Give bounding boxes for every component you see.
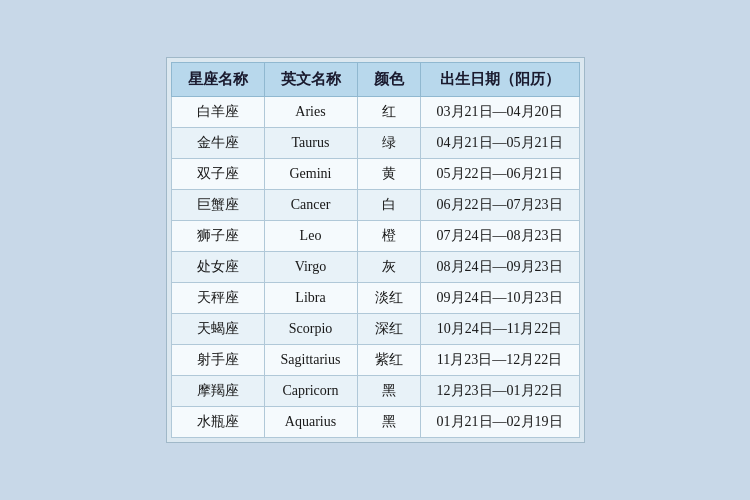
cell-english-name: Leo: [264, 221, 357, 252]
cell-color: 深红: [357, 314, 420, 345]
cell-chinese-name: 处女座: [171, 252, 264, 283]
cell-dates: 05月22日—06月21日: [420, 159, 579, 190]
cell-chinese-name: 狮子座: [171, 221, 264, 252]
table-row: 金牛座Taurus绿04月21日—05月21日: [171, 128, 579, 159]
table-row: 天蝎座Scorpio深红10月24日—11月22日: [171, 314, 579, 345]
cell-dates: 10月24日—11月22日: [420, 314, 579, 345]
cell-color: 淡红: [357, 283, 420, 314]
cell-english-name: Cancer: [264, 190, 357, 221]
table-body: 白羊座Aries红03月21日—04月20日金牛座Taurus绿04月21日—0…: [171, 97, 579, 438]
cell-english-name: Virgo: [264, 252, 357, 283]
table-row: 水瓶座Aquarius黑01月21日—02月19日: [171, 407, 579, 438]
cell-chinese-name: 天蝎座: [171, 314, 264, 345]
table-row: 射手座Sagittarius紫红11月23日—12月22日: [171, 345, 579, 376]
cell-english-name: Taurus: [264, 128, 357, 159]
cell-chinese-name: 双子座: [171, 159, 264, 190]
cell-english-name: Aquarius: [264, 407, 357, 438]
table-row: 双子座Gemini黄05月22日—06月21日: [171, 159, 579, 190]
cell-chinese-name: 射手座: [171, 345, 264, 376]
cell-color: 黑: [357, 376, 420, 407]
cell-english-name: Capricorn: [264, 376, 357, 407]
cell-chinese-name: 摩羯座: [171, 376, 264, 407]
cell-dates: 03月21日—04月20日: [420, 97, 579, 128]
cell-english-name: Aries: [264, 97, 357, 128]
table-row: 白羊座Aries红03月21日—04月20日: [171, 97, 579, 128]
cell-chinese-name: 金牛座: [171, 128, 264, 159]
cell-dates: 06月22日—07月23日: [420, 190, 579, 221]
cell-color: 绿: [357, 128, 420, 159]
cell-english-name: Libra: [264, 283, 357, 314]
cell-color: 紫红: [357, 345, 420, 376]
table-row: 巨蟹座Cancer白06月22日—07月23日: [171, 190, 579, 221]
cell-color: 灰: [357, 252, 420, 283]
cell-color: 黑: [357, 407, 420, 438]
cell-dates: 04月21日—05月21日: [420, 128, 579, 159]
cell-chinese-name: 巨蟹座: [171, 190, 264, 221]
cell-chinese-name: 天秤座: [171, 283, 264, 314]
cell-dates: 09月24日—10月23日: [420, 283, 579, 314]
table-row: 摩羯座Capricorn黑12月23日—01月22日: [171, 376, 579, 407]
header-color: 颜色: [357, 63, 420, 97]
cell-dates: 11月23日—12月22日: [420, 345, 579, 376]
cell-chinese-name: 水瓶座: [171, 407, 264, 438]
zodiac-table-container: 星座名称 英文名称 颜色 出生日期（阳历） 白羊座Aries红03月21日—04…: [166, 57, 585, 443]
header-birth-date: 出生日期（阳历）: [420, 63, 579, 97]
cell-english-name: Sagittarius: [264, 345, 357, 376]
zodiac-table: 星座名称 英文名称 颜色 出生日期（阳历） 白羊座Aries红03月21日—04…: [171, 62, 580, 438]
cell-dates: 07月24日—08月23日: [420, 221, 579, 252]
table-row: 天秤座Libra淡红09月24日—10月23日: [171, 283, 579, 314]
cell-english-name: Gemini: [264, 159, 357, 190]
cell-color: 红: [357, 97, 420, 128]
table-row: 处女座Virgo灰08月24日—09月23日: [171, 252, 579, 283]
header-english-name: 英文名称: [264, 63, 357, 97]
cell-color: 黄: [357, 159, 420, 190]
cell-english-name: Scorpio: [264, 314, 357, 345]
table-row: 狮子座Leo橙07月24日—08月23日: [171, 221, 579, 252]
cell-dates: 01月21日—02月19日: [420, 407, 579, 438]
cell-dates: 08月24日—09月23日: [420, 252, 579, 283]
table-header-row: 星座名称 英文名称 颜色 出生日期（阳历）: [171, 63, 579, 97]
cell-color: 橙: [357, 221, 420, 252]
cell-dates: 12月23日—01月22日: [420, 376, 579, 407]
header-chinese-name: 星座名称: [171, 63, 264, 97]
cell-color: 白: [357, 190, 420, 221]
cell-chinese-name: 白羊座: [171, 97, 264, 128]
